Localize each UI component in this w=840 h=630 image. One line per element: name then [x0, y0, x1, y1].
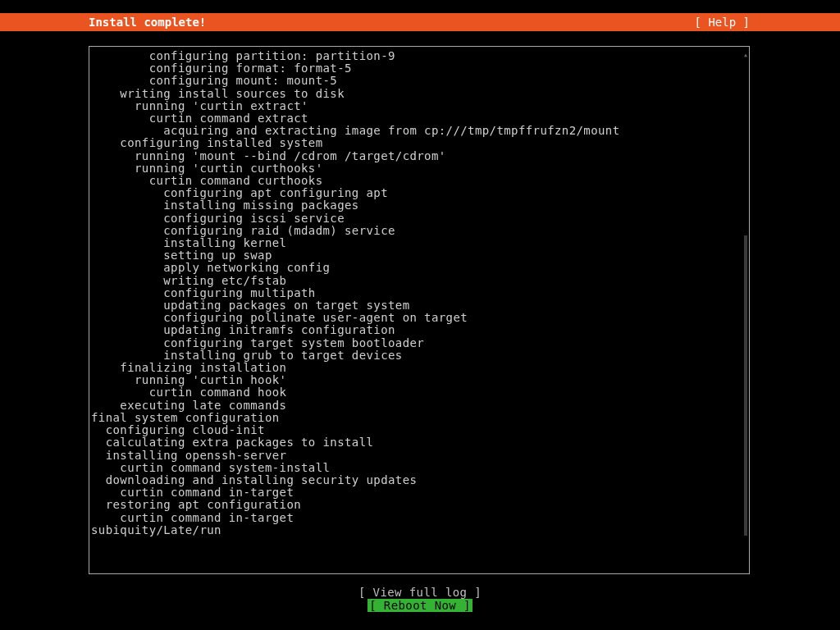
install-log-panel: configuring partition: partition-9 confi…	[89, 46, 750, 574]
scrollbar[interactable]: ▴	[742, 47, 749, 573]
scroll-thumb[interactable]	[744, 235, 747, 536]
view-full-log-button[interactable]: [ View full log ]	[358, 586, 482, 599]
scroll-track[interactable]	[744, 60, 747, 560]
reboot-now-button[interactable]: [ Reboot Now ]	[368, 599, 472, 612]
install-log-text: configuring partition: partition-9 confi…	[89, 47, 749, 540]
scroll-up-icon[interactable]: ▴	[742, 48, 749, 61]
page-title: Install complete!	[89, 16, 206, 29]
header-bar: Install complete! [ Help ]	[0, 13, 840, 31]
help-button[interactable]: [ Help ]	[695, 16, 750, 29]
footer-buttons: [ View full log ] [ Reboot Now ]	[0, 586, 840, 612]
